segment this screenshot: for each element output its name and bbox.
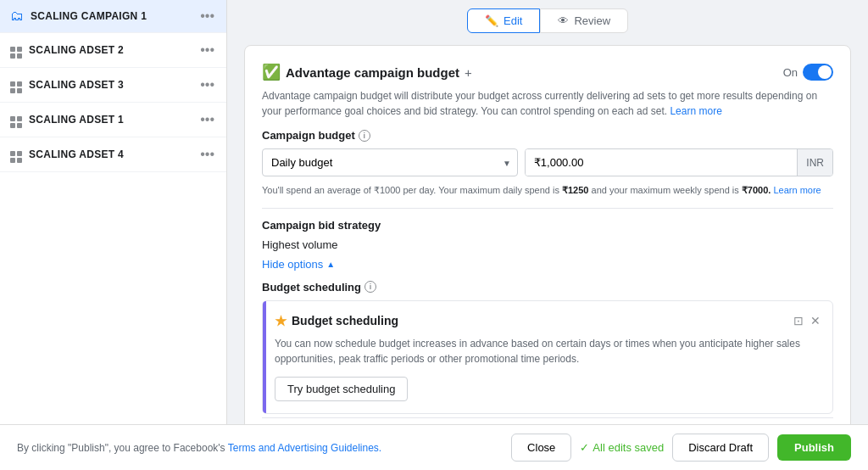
saved-status: ✓ All edits saved bbox=[580, 441, 664, 454]
grid-icon-adset2 bbox=[10, 42, 22, 59]
adset4-more-icon[interactable]: ••• bbox=[198, 147, 216, 162]
close-scheduling-icon[interactable]: ✕ bbox=[810, 314, 821, 327]
sidebar-item-adset1[interactable]: SCALING ADSET 1 ••• bbox=[0, 103, 226, 137]
edit-pencil-icon: ✏️ bbox=[485, 14, 498, 27]
campaign-budget-info-icon[interactable]: i bbox=[359, 130, 370, 142]
budget-row: Daily budget Lifetime budget ▼ INR bbox=[262, 148, 833, 176]
close-button[interactable]: Close bbox=[511, 434, 571, 462]
sidebar-item-campaign1[interactable]: 🗂 SCALING CAMPAIGN 1 ••• bbox=[0, 0, 226, 33]
sidebar-item-adset3[interactable]: SCALING ADSET 3 ••• bbox=[0, 68, 226, 103]
sidebar-item-adset4[interactable]: SCALING ADSET 4 ••• bbox=[0, 137, 226, 172]
footer-legal-text: By clicking "Publish", you agree to Face… bbox=[17, 442, 381, 454]
acb-plus: + bbox=[465, 65, 472, 80]
green-check-icon: ✅ bbox=[262, 63, 281, 81]
acb-toggle[interactable] bbox=[803, 64, 833, 81]
hide-options-button[interactable]: Hide options ▲ bbox=[262, 258, 833, 271]
adset2-more-icon[interactable]: ••• bbox=[198, 42, 216, 58]
sidebar-item-adset2[interactable]: SCALING ADSET 2 ••• bbox=[0, 33, 226, 68]
scheduling-card-description: You can now schedule budget increases in… bbox=[275, 336, 821, 366]
budget-scheduling-info-icon[interactable]: i bbox=[364, 281, 376, 293]
acb-toggle-wrap: On bbox=[783, 64, 833, 81]
toggle-label: On bbox=[783, 66, 798, 79]
content-area: ✏️ Edit 👁 Review ✅ Advantage campaign bu… bbox=[227, 0, 868, 424]
budget-type-select[interactable]: Daily budget Lifetime budget bbox=[262, 148, 518, 176]
budget-amount-input[interactable] bbox=[526, 149, 798, 176]
hide-options-arrow-icon: ▲ bbox=[326, 260, 335, 269]
scheduling-card-header: ★ Budget scheduling ⊡ ✕ bbox=[275, 313, 821, 329]
budget-scheduling-label: Budget scheduling i bbox=[262, 281, 833, 294]
discard-draft-button[interactable]: Discard Draft bbox=[672, 434, 769, 462]
bid-strategy-label: Campaign bid strategy bbox=[262, 219, 833, 232]
try-budget-scheduling-button[interactable]: Try budget scheduling bbox=[275, 377, 408, 401]
sidebar-campaign1-label: SCALING CAMPAIGN 1 bbox=[31, 10, 192, 22]
acb-learn-more-link[interactable]: Learn more bbox=[670, 105, 721, 117]
scheduling-card-bar bbox=[263, 301, 266, 413]
view-row: Increase your budget during specific tim… bbox=[262, 417, 833, 425]
budget-scheduling-card: ★ Budget scheduling ⊡ ✕ You can now sche… bbox=[262, 300, 833, 414]
grid-icon-adset4 bbox=[10, 146, 22, 163]
adset1-more-icon[interactable]: ••• bbox=[198, 112, 216, 127]
scheduling-card-actions: ⊡ ✕ bbox=[793, 314, 821, 327]
campaign1-more-icon[interactable]: ••• bbox=[198, 8, 216, 24]
acb-header: ✅ Advantage campaign budget + On bbox=[262, 63, 833, 81]
budget-currency-label: INR bbox=[797, 149, 832, 176]
divider1 bbox=[262, 208, 833, 209]
bid-strategy-value: Highest volume bbox=[262, 238, 833, 251]
acb-description: Advantage campaign budget will distribut… bbox=[262, 88, 833, 119]
sidebar-adset4-label: SCALING ADSET 4 bbox=[29, 148, 192, 160]
budget-learn-more-link[interactable]: Learn more bbox=[773, 185, 821, 195]
budget-note: You'll spend an average of ₹1000 per day… bbox=[262, 183, 833, 198]
acb-title: ✅ Advantage campaign budget + bbox=[262, 63, 472, 81]
terms-link[interactable]: Terms and Advertising Guidelines. bbox=[228, 442, 381, 454]
sidebar-adset3-label: SCALING ADSET 3 bbox=[29, 79, 192, 91]
footer: By clicking "Publish", you agree to Face… bbox=[0, 424, 868, 470]
star-icon: ★ bbox=[275, 313, 287, 329]
checkmark-icon: ✓ bbox=[580, 441, 589, 454]
sidebar-adset2-label: SCALING ADSET 2 bbox=[29, 44, 192, 56]
bookmark-icon[interactable]: ⊡ bbox=[793, 314, 804, 327]
grid-icon-adset3 bbox=[10, 76, 22, 93]
scheduling-card-title: ★ Budget scheduling bbox=[275, 313, 398, 329]
campaign-budget-label: Campaign budget i bbox=[262, 129, 833, 142]
sidebar-adset1-label: SCALING ADSET 1 bbox=[29, 114, 192, 126]
grid-icon-adset1 bbox=[10, 111, 22, 128]
sidebar: 🗂 SCALING CAMPAIGN 1 ••• SCALING ADSET 2… bbox=[0, 0, 227, 424]
publish-button[interactable]: Publish bbox=[777, 434, 851, 461]
footer-actions: Close ✓ All edits saved Discard Draft Pu… bbox=[511, 434, 851, 462]
tab-review[interactable]: 👁 Review bbox=[540, 8, 628, 33]
folder-icon: 🗂 bbox=[10, 8, 24, 24]
budget-amount-wrap: INR bbox=[525, 148, 833, 176]
budget-type-select-wrap: Daily budget Lifetime budget ▼ bbox=[262, 148, 518, 176]
tab-edit[interactable]: ✏️ Edit bbox=[467, 8, 540, 33]
adset3-more-icon[interactable]: ••• bbox=[198, 77, 216, 92]
main-card: ✅ Advantage campaign budget + On Advanta… bbox=[244, 45, 851, 424]
review-eye-icon: 👁 bbox=[558, 14, 569, 27]
